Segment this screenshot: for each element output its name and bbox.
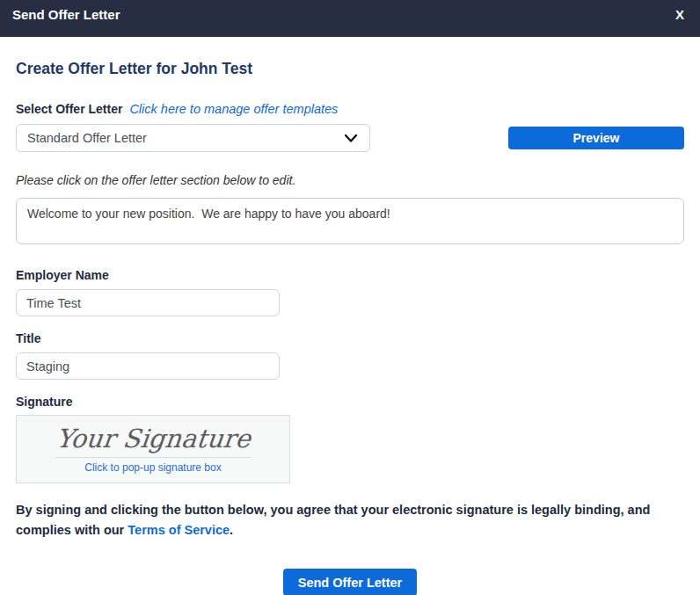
agreement-text-before: By signing and clicking the button below… <box>16 503 650 537</box>
signature-divider <box>55 457 251 458</box>
title-input[interactable] <box>16 352 280 380</box>
modal-title: Send Offer Letter <box>12 7 120 22</box>
modal-body: Create Offer Letter for John Test Select… <box>0 37 700 595</box>
terms-of-service-link[interactable]: Terms of Service <box>128 523 230 537</box>
employer-name-input[interactable] <box>16 289 280 316</box>
send-button-row: Send Offer Letter <box>16 569 684 595</box>
select-offer-letter-label: Select Offer Letter <box>16 102 122 116</box>
edit-instruction: Please click on the offer letter section… <box>16 173 684 187</box>
signature-placeholder: Your Signature <box>55 426 252 452</box>
close-button[interactable]: X <box>672 7 688 22</box>
send-offer-letter-button[interactable]: Send Offer Letter <box>283 569 417 595</box>
offer-letter-body[interactable]: Welcome to your new position. We are hap… <box>16 198 684 244</box>
title-label: Title <box>16 331 684 345</box>
template-label-row: Select Offer Letter Click here to manage… <box>16 102 684 116</box>
agreement-text: By signing and clicking the button below… <box>16 500 688 541</box>
signature-popup-hint: Click to pop-up signature box <box>84 461 221 474</box>
offer-template-select[interactable]: Standard Offer Letter <box>16 124 370 152</box>
page-title: Create Offer Letter for John Test <box>16 60 684 78</box>
agreement-text-after: . <box>230 523 233 537</box>
preview-button[interactable]: Preview <box>508 127 684 149</box>
signature-box[interactable]: Your Signature Click to pop-up signature… <box>16 415 290 483</box>
signature-label: Signature <box>16 395 684 409</box>
modal-header: Send Offer Letter X <box>0 0 700 37</box>
employer-name-label: Employer Name <box>16 268 684 282</box>
chevron-down-icon <box>345 134 357 142</box>
selected-template-value: Standard Offer Letter <box>27 131 147 145</box>
template-select-row: Standard Offer Letter Preview <box>16 124 684 152</box>
manage-templates-link[interactable]: Click here to manage offer templates <box>129 102 338 116</box>
